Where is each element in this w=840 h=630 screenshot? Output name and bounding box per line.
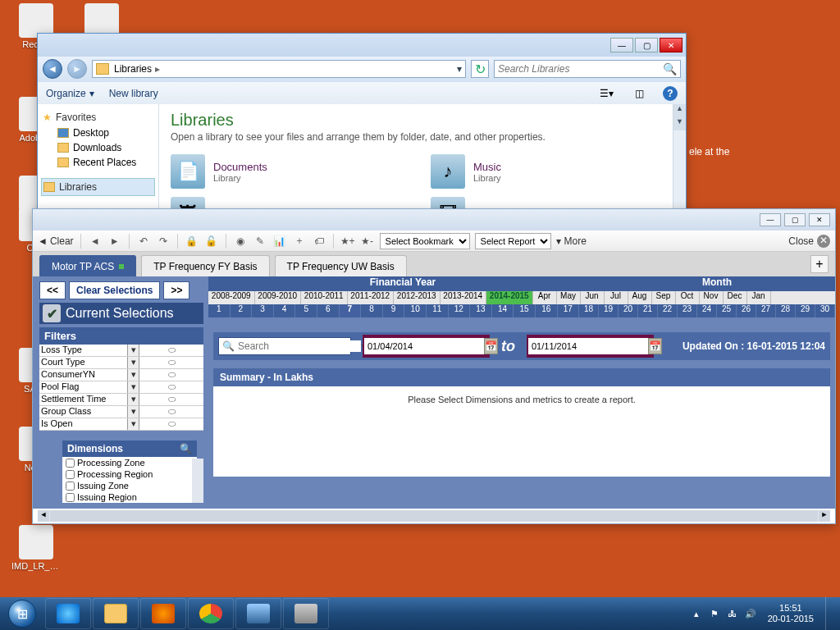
filter-row[interactable]: Is Open▾⬭ (39, 418, 203, 431)
chevron-down-icon[interactable]: ▾ (128, 357, 139, 368)
day-cell[interactable]: 28 (776, 304, 796, 317)
dimension-item[interactable]: Issuing Region (62, 491, 197, 503)
day-cell[interactable]: 4 (274, 304, 296, 317)
preview-pane-button[interactable]: ◫ (630, 85, 648, 102)
day-cell[interactable]: 30 (815, 304, 835, 317)
chevron-down-icon[interactable]: ▾ (128, 345, 139, 356)
day-cell[interactable]: 21 (638, 304, 658, 317)
search-input[interactable] (498, 63, 663, 75)
clock[interactable]: 15:51 20-01-2015 (763, 603, 819, 624)
taskbar-ie[interactable] (45, 598, 91, 629)
address-dropdown-icon[interactable]: ▾ (457, 63, 462, 75)
day-cell[interactable]: 13 (470, 304, 492, 317)
day-cell[interactable]: 7 (340, 304, 362, 317)
dimension-checkbox[interactable] (66, 493, 75, 502)
select-report-dropdown[interactable]: Select Report (475, 233, 551, 249)
tab-tp-freq-fy[interactable]: TP Frequency FY Basis (141, 255, 269, 276)
clear-button[interactable]: ◄Clear (38, 235, 74, 247)
filter-row[interactable]: Pool Flag▾⬭ (39, 381, 203, 394)
fy-cell[interactable]: 2013-2014 (441, 291, 487, 304)
day-cell[interactable]: 23 (678, 304, 697, 317)
dimension-item[interactable]: Issuing Zone (62, 480, 197, 491)
close-link[interactable]: Close✕ (788, 235, 830, 248)
day-cell[interactable]: 11 (427, 304, 449, 317)
explorer-search[interactable]: 🔍 (494, 60, 681, 78)
close-button[interactable]: ✕ (660, 38, 682, 52)
filter-row[interactable]: ConsumerYN▾⬭ (39, 369, 203, 381)
day-cell[interactable]: 8 (361, 304, 383, 317)
day-cell[interactable]: 2 (231, 304, 253, 317)
add-tab-button[interactable]: + (810, 255, 829, 273)
date-from-input[interactable] (364, 338, 484, 354)
month-cell[interactable]: Aug (628, 291, 652, 304)
view-options-button[interactable]: ☰▾ (597, 85, 615, 102)
tray-up-icon[interactable]: ▴ (691, 608, 702, 619)
day-cell[interactable]: 29 (796, 304, 815, 317)
nav-back-small[interactable]: << (39, 281, 66, 299)
more-menu[interactable]: ▾More (556, 235, 587, 247)
organize-menu[interactable]: Organize ▾ (46, 88, 94, 99)
qv-maximize-button[interactable]: ▢ (784, 213, 806, 226)
desktop-icon[interactable]: IMD_LR_De... (11, 525, 61, 571)
day-cell[interactable]: 16 (536, 304, 558, 317)
search-icon[interactable]: 🔍 (180, 443, 192, 454)
redo-button[interactable]: ↷ (156, 234, 171, 249)
day-cell[interactable]: 22 (658, 304, 678, 317)
day-cell[interactable]: 9 (383, 304, 405, 317)
clear-selections-button[interactable]: Clear Selections (69, 281, 160, 299)
chevron-down-icon[interactable]: ▾ (128, 418, 139, 430)
back-button[interactable]: ◄ (43, 59, 62, 79)
dimensions-scrollbar[interactable] (192, 459, 203, 503)
filter-row[interactable]: Group Class▾⬭ (39, 406, 203, 418)
help-icon[interactable]: ? (663, 86, 678, 101)
month-cell[interactable]: Dec (724, 291, 747, 304)
day-cell[interactable]: 10 (404, 304, 427, 317)
month-cell[interactable]: Nov (700, 291, 724, 304)
month-cell[interactable]: Apr (533, 291, 557, 304)
qv-close-button[interactable]: ✕ (809, 213, 830, 226)
chevron-down-icon[interactable]: ▾ (128, 369, 139, 381)
taskbar-explorer[interactable] (93, 598, 139, 629)
bookmark-remove-icon[interactable]: ★- (360, 234, 375, 249)
add-button[interactable]: ＋ (292, 234, 307, 249)
select-bookmark-dropdown[interactable]: Select Bookmark (380, 233, 470, 249)
day-cell[interactable]: 5 (295, 304, 317, 317)
network-icon[interactable]: 🖧 (727, 608, 738, 619)
check-button[interactable]: ◉ (233, 234, 248, 249)
nav-downloads[interactable]: Downloads (41, 140, 155, 155)
fy-cell[interactable]: 2009-2010 (255, 291, 302, 304)
tab-motor-tp-acs[interactable]: Motor TP ACS (39, 255, 136, 276)
chevron-down-icon[interactable]: ▾ (128, 394, 139, 405)
calendar-icon[interactable]: 📅 (648, 338, 662, 354)
maximize-button[interactable]: ▢ (635, 38, 658, 52)
nav-recent[interactable]: Recent Places (41, 155, 155, 170)
minimize-button[interactable]: — (610, 38, 633, 52)
search-input[interactable] (238, 340, 361, 352)
tab-tp-freq-uw[interactable]: TP Frequency UW Basis (275, 255, 407, 276)
fy-cell[interactable]: 2010-2011 (301, 291, 348, 304)
day-cell[interactable]: 14 (492, 304, 514, 317)
month-cell[interactable]: Jul (605, 291, 628, 304)
start-button[interactable] (0, 597, 44, 630)
day-cell[interactable]: 19 (599, 304, 619, 317)
date-to-box[interactable]: 📅 (527, 335, 654, 358)
chevron-down-icon[interactable]: ▾ (128, 406, 139, 418)
unlock-button[interactable]: 🔓 (204, 234, 219, 249)
library-documents[interactable]: 📄 DocumentsLibrary (171, 154, 414, 189)
volume-icon[interactable]: 🔊 (745, 608, 756, 619)
nav-fwd-small[interactable]: >> (163, 281, 189, 299)
fy-cell[interactable]: 2011-2012 (348, 291, 395, 304)
tag-button[interactable]: 🏷 (312, 234, 326, 249)
day-cell[interactable]: 25 (717, 304, 737, 317)
dimension-checkbox[interactable] (66, 459, 75, 468)
taskbar-wmp[interactable] (140, 598, 186, 629)
day-cell[interactable]: 3 (252, 304, 274, 317)
undo-button[interactable]: ↶ (136, 234, 151, 249)
forward-button[interactable]: ► (67, 59, 87, 79)
day-cell[interactable]: 24 (697, 304, 717, 317)
refresh-button[interactable]: ↻ (471, 60, 489, 78)
day-cell[interactable]: 27 (756, 304, 776, 317)
address-bar[interactable]: Libraries ▸ ▾ (92, 60, 466, 78)
favorites-section[interactable]: ★Favorites (41, 109, 155, 126)
taskbar-chrome[interactable] (188, 598, 234, 629)
